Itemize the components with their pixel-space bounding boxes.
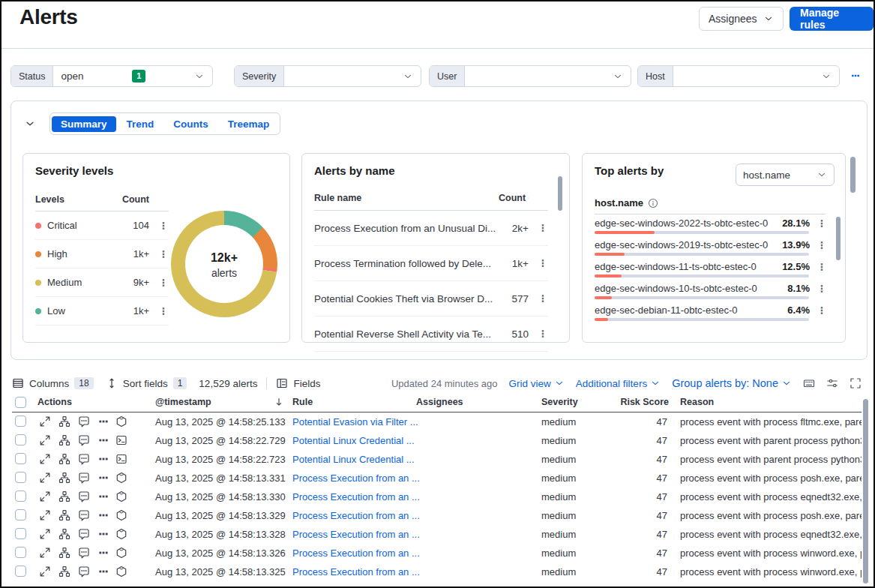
comment-icon[interactable] — [78, 472, 90, 484]
row-checkbox[interactable] — [15, 490, 26, 502]
rule-link[interactable]: Potential Evasion via Filter ... — [292, 412, 424, 431]
row-checkbox[interactable] — [15, 453, 26, 464]
expand-alert-icon[interactable] — [39, 566, 51, 578]
host-filter[interactable]: Host — [637, 65, 840, 87]
row-actions-icon[interactable] — [538, 293, 548, 304]
row-checkbox[interactable] — [15, 509, 26, 520]
scrollbar-thumb[interactable] — [850, 157, 856, 193]
fullscreen-icon[interactable] — [850, 377, 862, 389]
more-actions-icon[interactable] — [97, 434, 109, 446]
comment-icon[interactable] — [78, 528, 90, 540]
tab-treemap[interactable]: Treemap — [219, 116, 279, 132]
rule-link[interactable]: Process Execution from an ... — [292, 525, 424, 544]
group-alerts-by-button[interactable]: Group alerts by: None — [672, 377, 792, 389]
reason-column-header[interactable]: Reason — [680, 397, 714, 407]
info-icon[interactable] — [648, 198, 658, 208]
event-type-icon[interactable] — [115, 566, 127, 578]
comment-icon[interactable] — [78, 453, 90, 465]
assignees-button[interactable]: Assignees — [699, 7, 784, 31]
row-checkbox[interactable] — [15, 528, 26, 539]
expand-alert-icon[interactable] — [39, 416, 51, 428]
row-checkbox[interactable] — [15, 472, 26, 483]
expand-alert-icon[interactable] — [39, 472, 51, 484]
expand-alert-icon[interactable] — [39, 528, 51, 540]
row-actions-icon[interactable] — [817, 240, 827, 250]
display-options-icon[interactable] — [826, 377, 838, 389]
comment-icon[interactable] — [78, 509, 90, 521]
rule-link[interactable]: Process Execution from an ... — [292, 562, 424, 581]
collapse-section-icon[interactable] — [24, 118, 36, 130]
row-actions-icon[interactable] — [538, 223, 548, 233]
row-actions-icon[interactable] — [538, 258, 548, 268]
row-actions-icon[interactable] — [817, 284, 827, 294]
comment-icon[interactable] — [78, 547, 90, 559]
expand-alert-icon[interactable] — [39, 547, 51, 559]
comment-icon[interactable] — [78, 434, 90, 446]
row-actions-icon[interactable] — [158, 249, 169, 260]
expand-alert-icon[interactable] — [39, 490, 51, 502]
row-actions-icon[interactable] — [538, 328, 548, 339]
comment-icon[interactable] — [78, 490, 90, 502]
analyzer-icon[interactable] — [58, 528, 70, 540]
rule-link[interactable]: Process Execution from an ... — [292, 469, 424, 488]
analyzer-icon[interactable] — [58, 416, 70, 428]
more-actions-icon[interactable] — [97, 472, 109, 484]
row-actions-icon[interactable] — [158, 278, 169, 288]
more-actions-icon[interactable] — [97, 566, 109, 578]
row-actions-icon[interactable] — [817, 305, 827, 316]
analyzer-icon[interactable] — [58, 547, 70, 559]
more-actions-icon[interactable] — [97, 528, 109, 540]
analyzer-icon[interactable] — [58, 453, 70, 465]
row-actions-icon[interactable] — [158, 306, 169, 316]
rule-link[interactable]: Potential Linux Credential ... — [292, 450, 424, 469]
event-type-icon[interactable] — [115, 490, 127, 502]
rule-column-header[interactable]: Rule — [292, 397, 313, 407]
row-checkbox[interactable] — [15, 547, 26, 558]
analyzer-icon[interactable] — [58, 566, 70, 578]
event-type-icon[interactable] — [115, 528, 127, 540]
severity-filter[interactable]: Severity — [234, 65, 421, 87]
rule-link[interactable]: Process Execution from an ... — [292, 488, 424, 506]
stack-by-select[interactable]: host.name — [736, 164, 835, 186]
analyzer-icon[interactable] — [58, 490, 70, 502]
scrollbar-thumb[interactable] — [863, 399, 868, 584]
row-checkbox[interactable] — [15, 416, 26, 427]
sort-down-icon[interactable] — [274, 397, 284, 407]
columns-button[interactable]: Columns 18 — [12, 377, 94, 389]
status-filter[interactable]: Status open 1 — [10, 65, 213, 87]
expand-alert-icon[interactable] — [39, 453, 51, 465]
expand-alert-icon[interactable] — [39, 509, 51, 521]
analyzer-icon[interactable] — [58, 472, 70, 484]
risk-score-column-header[interactable]: Risk Score — [604, 397, 669, 407]
scrollbar-thumb[interactable] — [836, 217, 841, 260]
event-type-icon[interactable] — [115, 416, 127, 428]
event-type-icon[interactable] — [115, 509, 127, 521]
row-checkbox[interactable] — [15, 566, 26, 577]
rule-link[interactable]: Process Execution from an ... — [292, 506, 424, 525]
more-actions-icon[interactable] — [97, 490, 109, 502]
assignees-column-header[interactable]: Assignees — [416, 397, 463, 407]
grid-view-button[interactable]: Grid view — [509, 378, 565, 389]
event-type-icon[interactable] — [115, 453, 127, 465]
row-checkbox[interactable] — [15, 434, 26, 446]
comment-icon[interactable] — [78, 566, 90, 578]
fields-button[interactable]: Fields — [276, 377, 320, 389]
timestamp-column-header[interactable]: @timestamp — [155, 397, 211, 407]
tab-trend[interactable]: Trend — [118, 116, 163, 132]
event-type-icon[interactable] — [115, 472, 127, 484]
select-all-checkbox[interactable] — [15, 397, 26, 408]
more-actions-icon[interactable] — [97, 547, 109, 559]
row-actions-icon[interactable] — [817, 262, 827, 272]
expand-alert-icon[interactable] — [39, 434, 51, 446]
analyzer-icon[interactable] — [58, 509, 70, 521]
tab-counts[interactable]: Counts — [164, 116, 217, 132]
tab-summary[interactable]: Summary — [52, 116, 116, 132]
more-actions-icon[interactable] — [97, 509, 109, 521]
sort-fields-button[interactable]: Sort fields 1 — [106, 377, 187, 389]
additional-filters-button[interactable]: Additional filters — [576, 378, 661, 389]
more-filters-icon[interactable] — [850, 70, 861, 81]
rule-link[interactable]: Process Execution from an ... — [292, 544, 424, 562]
more-actions-icon[interactable] — [97, 416, 109, 428]
row-actions-icon[interactable] — [817, 218, 827, 229]
scrollbar-thumb[interactable] — [558, 176, 562, 211]
